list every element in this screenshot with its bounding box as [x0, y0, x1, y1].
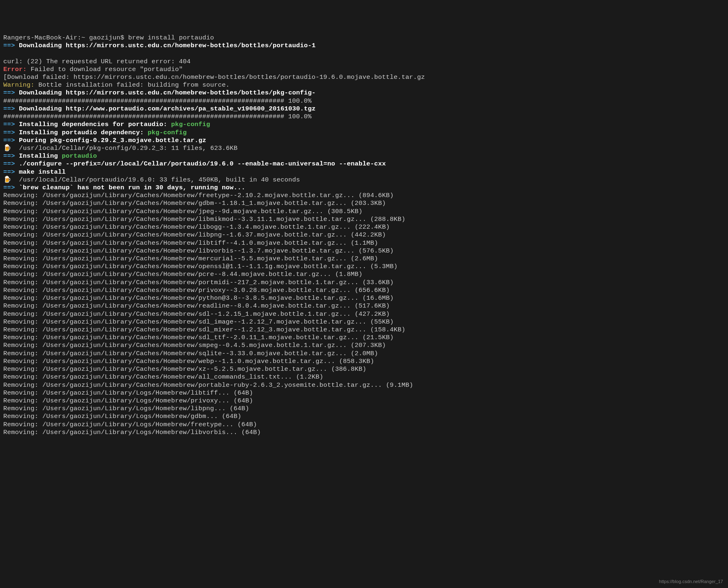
- removing-line: Removing: /Users/gaozijun/Library/Caches…: [3, 365, 725, 373]
- terminal-output[interactable]: Rangers-MacBook-Air:~ gaozijun$ brew ins…: [3, 34, 725, 436]
- removing-line: Removing: /Users/gaozijun/Library/Caches…: [3, 216, 725, 223]
- download-line: ==> Downloading https://mirrors.ustc.edu…: [3, 42, 725, 50]
- cellar-line: 🍺 /usr/local/Cellar/pkg-config/0.29.2_3:…: [3, 145, 725, 152]
- removing-line: Removing: /Users/gaozijun/Library/Caches…: [3, 287, 725, 294]
- download-failed: [Download failed: https://mirrors.ustc.e…: [3, 74, 725, 81]
- removing-line: Removing: /Users/gaozijun/Library/Logs/H…: [3, 413, 725, 420]
- removing-line: Removing: /Users/gaozijun/Library/Caches…: [3, 318, 725, 326]
- download-line: ==> Downloading https://mirrors.ustc.edu…: [3, 89, 725, 97]
- installing-line: ==> Installing portaudio: [3, 152, 725, 160]
- curl-error: curl: (22) The requested URL returned er…: [3, 58, 725, 66]
- removing-line: Removing: /Users/gaozijun/Library/Caches…: [3, 192, 725, 200]
- removing-line: Removing: /Users/gaozijun/Library/Logs/H…: [3, 405, 725, 413]
- install-deps: ==> Installing dependencies for portaudi…: [3, 121, 725, 129]
- removing-line: Removing: /Users/gaozijun/Library/Caches…: [3, 223, 725, 231]
- removing-line: Removing: /Users/gaozijun/Library/Caches…: [3, 247, 725, 255]
- beer-icon: 🍺: [3, 145, 11, 152]
- watermark-text: https://blog.csdn.net/Ranger_17: [659, 579, 723, 585]
- error-line: Error: Failed to download resource "port…: [3, 66, 725, 74]
- removing-line: Removing: /Users/gaozijun/Library/Logs/H…: [3, 389, 725, 397]
- pouring-line: ==> Pouring pkg-config-0.29.2_3.mojave.b…: [3, 137, 725, 145]
- removing-line: Removing: /Users/gaozijun/Library/Caches…: [3, 208, 725, 216]
- removing-line: Removing: /Users/gaozijun/Library/Caches…: [3, 342, 725, 349]
- removing-line: Removing: /Users/gaozijun/Library/Caches…: [3, 334, 725, 342]
- cleanup-line: ==> `brew cleanup` has not been run in 3…: [3, 184, 725, 192]
- removing-line: Removing: /Users/gaozijun/Library/Caches…: [3, 255, 725, 263]
- beer-icon: 🍺: [3, 176, 11, 184]
- removing-line: Removing: /Users/gaozijun/Library/Logs/H…: [3, 421, 725, 429]
- removing-line: Removing: /Users/gaozijun/Library/Caches…: [3, 358, 725, 365]
- removing-line: Removing: /Users/gaozijun/Library/Caches…: [3, 271, 725, 278]
- removing-line: Removing: /Users/gaozijun/Library/Caches…: [3, 263, 725, 271]
- configure-line: ==> ./configure --prefix=/usr/local/Cell…: [3, 160, 725, 168]
- download-line: ==> Downloading http://www.portaudio.com…: [3, 105, 725, 113]
- removing-line: Removing: /Users/gaozijun/Library/Logs/H…: [3, 397, 725, 405]
- warning-line: Warning: Bottle installation failed: bui…: [3, 81, 725, 89]
- removing-line: Removing: /Users/gaozijun/Library/Caches…: [3, 279, 725, 287]
- blank-line: [3, 50, 725, 57]
- removing-line: Removing: /Users/gaozijun/Library/Caches…: [3, 350, 725, 358]
- removing-line: Removing: /Users/gaozijun/Library/Caches…: [3, 294, 725, 302]
- removing-line: Removing: /Users/gaozijun/Library/Caches…: [3, 381, 725, 389]
- make-line: ==> make install: [3, 168, 725, 176]
- removing-line: Removing: /Users/gaozijun/Library/Caches…: [3, 302, 725, 310]
- removing-line: Removing: /Users/gaozijun/Library/Caches…: [3, 373, 725, 381]
- removing-line: Removing: /Users/gaozijun/Library/Caches…: [3, 200, 725, 207]
- cellar-line: 🍺 /usr/local/Cellar/portaudio/19.6.0: 33…: [3, 176, 725, 184]
- removing-line: Removing: /Users/gaozijun/Library/Logs/H…: [3, 429, 725, 436]
- removing-line: Removing: /Users/gaozijun/Library/Caches…: [3, 231, 725, 239]
- removing-line: Removing: /Users/gaozijun/Library/Caches…: [3, 239, 725, 247]
- install-dep: ==> Installing portaudio dependency: pkg…: [3, 129, 725, 137]
- removing-line: Removing: /Users/gaozijun/Library/Caches…: [3, 310, 725, 318]
- shell-prompt: Rangers-MacBook-Air:~ gaozijun$ brew ins…: [3, 34, 725, 42]
- progress-bar: ########################################…: [3, 113, 725, 121]
- removing-line: Removing: /Users/gaozijun/Library/Caches…: [3, 326, 725, 334]
- progress-bar: ########################################…: [3, 97, 725, 105]
